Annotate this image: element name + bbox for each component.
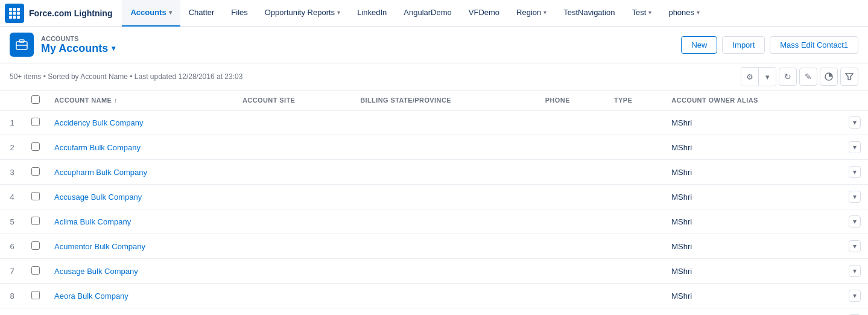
nav-tab-label-files: Files — [231, 8, 247, 17]
nav-tab-testnavigation[interactable]: TestNavigation — [555, 0, 623, 27]
table-row: 4 Accusage Bulk Company MShri ▾ — [0, 185, 868, 209]
row-billing-state — [353, 110, 538, 135]
header-left: ACCOUNTS My Accounts ▾ — [10, 33, 115, 57]
header-meta: ACCOUNTS My Accounts ▾ — [41, 35, 115, 55]
account-name-link[interactable]: Accupharm Bulk Company — [54, 168, 147, 177]
row-dropdown-button[interactable]: ▾ — [849, 141, 861, 153]
col-header-num — [0, 91, 24, 110]
col-header-type: TYPE — [607, 91, 664, 110]
account-name-link[interactable]: Aeora Bulk Company — [54, 291, 128, 301]
refresh-button[interactable]: ↻ — [779, 68, 797, 86]
account-name-link[interactable]: Accidency Bulk Company — [54, 118, 143, 127]
row-check — [24, 308, 47, 316]
account-name-link[interactable]: Acusage Bulk Company — [54, 267, 138, 276]
nav-tab-accounts[interactable]: Accounts▾ — [122, 0, 180, 27]
select-all-checkbox[interactable] — [31, 95, 40, 104]
row-check — [24, 259, 47, 284]
table-row: 1 Accidency Bulk Company MShri ▾ — [0, 110, 868, 135]
row-check — [24, 284, 47, 308]
nav-tabs: Accounts▾ChatterFilesOpportunity Reports… — [122, 0, 708, 27]
row-checkbox[interactable] — [31, 142, 40, 151]
table-row: 9 Anacho Bulk Company MShri ▾ — [0, 308, 868, 316]
nav-tab-label-region: Region — [516, 8, 541, 17]
top-nav: Force.com Lightning Accounts▾ChatterFile… — [0, 0, 868, 27]
row-owner: MShri — [664, 259, 841, 284]
nav-tab-label-chatter: Chatter — [189, 8, 215, 17]
col-header-billing-state: BILLING STATE/PROVINCE — [353, 91, 538, 110]
row-type — [607, 135, 664, 160]
row-dropdown-button[interactable]: ▾ — [849, 265, 861, 277]
nav-tab-label-testnavigation: TestNavigation — [563, 8, 615, 17]
row-account-site — [235, 160, 353, 185]
row-account-name: Accufarm Bulk Company — [47, 135, 235, 160]
nav-tab-opportunity-reports[interactable]: Opportunity Reports▾ — [256, 0, 349, 27]
row-account-name: Accupharm Bulk Company — [47, 160, 235, 185]
row-checkbox[interactable] — [31, 167, 40, 176]
nav-tab-chevron-opportunity-reports: ▾ — [337, 9, 340, 16]
row-phone — [538, 185, 607, 209]
nav-tab-chatter[interactable]: Chatter — [180, 0, 223, 27]
row-checkbox[interactable] — [31, 217, 40, 225]
nav-tab-label-angulardemo: AngularDemo — [404, 8, 452, 17]
app-launcher-button[interactable] — [5, 4, 24, 23]
settings-chevron[interactable]: ▾ — [759, 68, 776, 86]
col-header-actions — [841, 91, 868, 110]
row-actions: ▾ — [841, 284, 868, 308]
header-title-chevron: ▾ — [112, 44, 115, 52]
account-name-link[interactable]: Accusage Bulk Company — [54, 192, 142, 202]
filter-button[interactable] — [840, 68, 858, 86]
row-owner: MShri — [664, 135, 841, 160]
new-button[interactable]: New — [681, 36, 717, 54]
row-checkbox[interactable] — [31, 192, 40, 200]
settings-button[interactable]: ⚙ — [741, 68, 758, 86]
nav-tab-region[interactable]: Region▾ — [508, 0, 555, 27]
row-account-site — [235, 185, 353, 209]
row-phone — [538, 308, 607, 316]
row-checkbox[interactable] — [31, 266, 40, 275]
nav-tab-label-linkedin: LinkedIn — [357, 8, 387, 17]
svg-rect-10 — [19, 40, 24, 42]
row-account-name: Acumentor Bulk Company — [47, 234, 235, 259]
row-billing-state — [353, 259, 538, 284]
account-name-link[interactable]: Accufarm Bulk Company — [54, 143, 141, 152]
row-num: 2 — [0, 135, 24, 160]
row-checkbox[interactable] — [31, 118, 40, 126]
mass-edit-button[interactable]: Mass Edit Contact1 — [770, 36, 858, 54]
row-type — [607, 185, 664, 209]
nav-tab-phones[interactable]: phones▾ — [660, 0, 708, 27]
edit-columns-button[interactable]: ✎ — [799, 68, 817, 86]
row-dropdown-button[interactable]: ▾ — [849, 166, 861, 178]
nav-tab-linkedin[interactable]: LinkedIn — [349, 0, 395, 27]
row-dropdown-button[interactable]: ▾ — [849, 116, 861, 129]
app-name: Force.com Lightning — [29, 8, 112, 18]
nav-tab-vfdemo[interactable]: VFDemo — [460, 0, 508, 27]
import-button[interactable]: Import — [722, 36, 765, 54]
account-name-link[interactable]: Acumentor Bulk Company — [54, 242, 145, 251]
accounts-icon — [10, 33, 34, 57]
row-num: 7 — [0, 259, 24, 284]
svg-rect-2 — [17, 8, 20, 11]
account-name-link[interactable]: Aclima Bulk Company — [54, 217, 131, 226]
nav-tab-angulardemo[interactable]: AngularDemo — [395, 0, 460, 27]
nav-tab-files[interactable]: Files — [223, 0, 256, 27]
nav-tab-label-test: Test — [632, 8, 647, 17]
table-header: ACCOUNT NAME ↑ ACCOUNT SITE BILLING STAT… — [0, 91, 868, 110]
row-checkbox[interactable] — [31, 291, 40, 299]
row-dropdown-button[interactable]: ▾ — [849, 290, 861, 302]
chart-button[interactable] — [820, 68, 838, 86]
row-type — [607, 259, 664, 284]
page-header: ACCOUNTS My Accounts ▾ New Import Mass E… — [0, 27, 868, 63]
row-billing-state — [353, 284, 538, 308]
row-account-site — [235, 284, 353, 308]
row-dropdown-button[interactable]: ▾ — [849, 240, 861, 252]
row-dropdown-button[interactable]: ▾ — [849, 215, 861, 228]
row-dropdown-button[interactable]: ▾ — [849, 191, 861, 203]
row-phone — [538, 234, 607, 259]
row-num: 6 — [0, 234, 24, 259]
row-check — [24, 209, 47, 234]
nav-tab-test[interactable]: Test▾ — [624, 0, 661, 27]
row-checkbox[interactable] — [31, 241, 40, 250]
header-title[interactable]: My Accounts ▾ — [41, 42, 115, 55]
row-check — [24, 234, 47, 259]
row-account-name: Anacho Bulk Company — [47, 308, 235, 316]
